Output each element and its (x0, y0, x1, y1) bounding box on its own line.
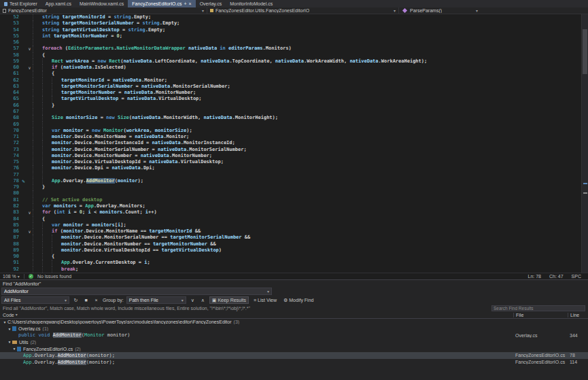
code-line[interactable]: 86∨if (monitor.Device.MonitorName == tar… (0, 228, 588, 235)
code-line[interactable]: 68Size monitorSize = new Size(nativeData… (0, 115, 588, 121)
code-text[interactable]: if (monitor.Device.MonitorName == target… (33, 228, 588, 235)
project-dropdown[interactable]: FancyZonesEditor ▾ (0, 7, 207, 14)
code-text[interactable]: { (33, 52, 588, 58)
code-text[interactable]: App.Overlay.CurrentDesktop = i; (33, 260, 588, 266)
code-line[interactable]: 77 (0, 172, 588, 178)
tab-overlay-cs[interactable]: Overlay.cs (196, 0, 226, 7)
find-query-combobox[interactable]: AddMonitor ▾ (1, 288, 272, 295)
code-text[interactable]: if (nativeData.IsSelected) (33, 65, 588, 71)
code-text[interactable]: monitor.Device.MonitorSerialNumber == ta… (33, 235, 588, 241)
code-line[interactable]: 59Rect workArea = new Rect(nativeData.Le… (0, 58, 588, 65)
code-text[interactable]: Rect workArea = new Rect(nativeData.Left… (33, 58, 588, 65)
code-text[interactable]: monitor.Device.MonitorInstanceId = nativ… (33, 140, 588, 146)
fold-arrow-icon[interactable]: ∨ (27, 228, 33, 235)
find-result-group[interactable]: ▼FancyZonesEditorIO.cs(2) (0, 345, 588, 352)
line-number[interactable]: 79 (0, 184, 20, 190)
find-result-row[interactable]: public void AddMonitor(Monitor monitor)O… (0, 332, 588, 339)
code-text[interactable]: string targetVirtualDesktop = string.Emp… (33, 27, 588, 33)
line-number[interactable]: 63 (0, 84, 20, 90)
fold-arrow-icon[interactable]: ∨ (27, 65, 33, 71)
tab-monitorinfomodel-cs[interactable]: MonitorInfoModel.cs (226, 0, 277, 7)
line-number[interactable]: 64 (0, 90, 20, 96)
code-text[interactable]: targetMonitorNumber = nativeData.Monitor… (33, 90, 588, 96)
code-text[interactable]: Size monitorSize = new Size(nativeData.M… (33, 115, 588, 121)
fold-arrow-icon[interactable]: ∨ (27, 209, 33, 215)
stop-search-icon[interactable]: ■ (82, 296, 90, 304)
expander-icon[interactable]: ▼ (7, 340, 12, 344)
code-text[interactable] (33, 109, 588, 115)
code-text[interactable] (33, 39, 588, 46)
line-number[interactable]: 59 (0, 58, 20, 65)
line-number[interactable]: 56 (0, 39, 20, 46)
tab-app-xaml-cs[interactable]: App.xaml.cs (41, 0, 75, 7)
column-header-file[interactable]: File (513, 313, 568, 317)
find-result-row[interactable]: App.Overlay.AddMonitor(monitor);FancyZon… (0, 359, 588, 366)
code-line[interactable]: 69 (0, 122, 588, 128)
line-number[interactable]: 54 (0, 27, 20, 33)
line-number[interactable]: 75 (0, 159, 20, 165)
line-number[interactable]: 61 (0, 71, 20, 77)
code-line[interactable]: 80 (0, 190, 588, 196)
code-text[interactable]: { (33, 254, 588, 260)
code-text[interactable]: var monitor = monitors[i]; (33, 222, 588, 228)
code-line[interactable]: 65targetVirtualDesktop = nativeData.Virt… (0, 96, 588, 102)
code-line[interactable]: 74monitor.Device.MonitorNumber = nativeD… (0, 153, 588, 159)
line-number[interactable]: 73 (0, 147, 20, 153)
code-text[interactable]: { (33, 216, 588, 222)
line-number[interactable]: 85 (0, 222, 20, 228)
code-line[interactable]: 64targetMonitorNumber = nativeData.Monit… (0, 90, 588, 96)
code-line[interactable]: 62targetMonitorId = nativeData.Monitor; (0, 77, 588, 84)
health-check-icon[interactable]: ✓ (29, 274, 33, 279)
code-text[interactable]: string targetMonitorSerialNumber = strin… (33, 20, 588, 27)
code-line[interactable]: 79} (0, 184, 588, 190)
code-text[interactable]: // Set active desktop (33, 197, 588, 203)
code-text[interactable]: foreach (EditorParameters.NativeMonitorD… (33, 46, 588, 52)
find-result-group[interactable]: ▼Utils(2) (0, 339, 588, 345)
zoom-control[interactable]: 108 % ▾ (3, 274, 20, 279)
repeat-search-icon[interactable]: ↻ (72, 296, 80, 304)
line-number[interactable]: 82 (0, 203, 20, 209)
results-filter-dropdown[interactable]: Code ▾ (0, 313, 513, 317)
line-number[interactable]: 88 (0, 241, 20, 247)
code-line[interactable]: 52string targetMonitorId = string.Empty; (0, 14, 588, 20)
code-line[interactable]: 53string targetMonitorSerialNumber = str… (0, 20, 588, 27)
line-number[interactable]: 81 (0, 197, 20, 203)
code-text[interactable] (33, 190, 588, 196)
line-number[interactable]: 86 (0, 228, 20, 235)
member-dropdown[interactable]: ParseParams() ▾ (399, 7, 481, 14)
code-line[interactable]: 57∨foreach (EditorParameters.NativeMonit… (0, 46, 588, 52)
line-number[interactable]: 62 (0, 77, 20, 84)
line-number[interactable]: 57 (0, 46, 20, 52)
line-number[interactable]: 74 (0, 153, 20, 159)
list-view-button[interactable]: ≡ List View (252, 296, 279, 304)
code-text[interactable] (33, 172, 588, 178)
code-text[interactable]: monitor.Device.MonitorNumber == targetMo… (33, 241, 588, 247)
code-text[interactable]: var monitors = App.Overlay.Monitors; (33, 203, 588, 209)
type-dropdown[interactable]: FancyZonesEditor.Utils.FancyZonesEditorI… (207, 7, 399, 14)
code-text[interactable]: monitor.Device.MonitorSerialNumber = nat… (33, 147, 588, 153)
code-text[interactable]: } (33, 103, 588, 109)
find-result-group[interactable]: ▼Overlay.cs(1) (0, 326, 588, 332)
line-number[interactable]: 90 (0, 254, 20, 260)
expand-all-icon[interactable]: ∨ (189, 296, 196, 304)
find-result-group[interactable]: ▼C:\Users\zhaopengwang\Desktop\powertoys… (0, 319, 588, 326)
code-line[interactable]: 88monitor.Device.MonitorNumber == target… (0, 241, 588, 247)
modify-find-button[interactable]: ⚙ Modify Find (281, 296, 315, 304)
line-number[interactable]: 83 (0, 209, 20, 215)
code-line[interactable]: 60∨if (nativeData.IsSelected) (0, 65, 588, 71)
code-text[interactable]: targetVirtualDesktop = nativeData.Virtua… (33, 96, 588, 102)
line-number[interactable]: 71 (0, 134, 20, 140)
code-line[interactable]: 71monitor.Device.MonitorName = nativeDat… (0, 134, 588, 140)
code-text[interactable]: string targetMonitorId = string.Empty; (33, 14, 588, 20)
scrollbar-thumb[interactable] (583, 29, 587, 74)
code-line[interactable]: 67 (0, 109, 588, 115)
close-icon[interactable]: × (189, 1, 192, 6)
line-number[interactable]: 92 (0, 266, 20, 273)
code-text[interactable]: targetMonitorId = nativeData.Monitor; (33, 77, 588, 84)
code-line[interactable]: 90{ (0, 254, 588, 260)
find-result-row[interactable]: App.Overlay.AddMonitor(monitor);FancyZon… (0, 352, 588, 359)
fold-arrow-icon[interactable]: ∨ (27, 46, 33, 52)
code-line[interactable]: 83∨for (int i = 0; i < monitors.Count; i… (0, 209, 588, 215)
code-line[interactable]: 85var monitor = monitors[i]; (0, 222, 588, 228)
code-line[interactable]: 56 (0, 39, 588, 46)
